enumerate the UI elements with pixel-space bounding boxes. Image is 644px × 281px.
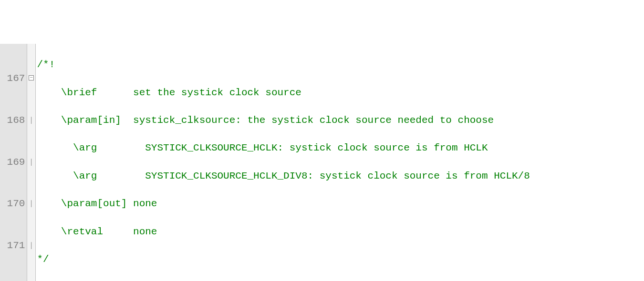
comment: \param[out] none [37,198,157,209]
fold-gutter: − │ │ │ │ │ │ └ − − │ │ │ │ │ │ └ └ [27,44,36,281]
comment: \param[in] systick_clksource: the systic… [37,115,494,126]
comment: /*! [37,59,55,70]
code-area[interactable]: /*! \brief set the systick clock source … [36,44,644,281]
code-line[interactable]: \param[in] systick_clksource: the systic… [37,113,644,127]
fold-guide: │ [27,113,35,127]
comment: \retval none [37,226,157,237]
code-editor[interactable]: 167 168 169 170 171 172 173 174 175 176 … [0,44,644,281]
comment: \arg SYSTICK_CLKSOURCE_HCLK: systick clo… [37,142,488,153]
comment: */ [37,254,49,265]
fold-toggle[interactable]: − [27,71,35,85]
code-line[interactable]: \arg SYSTICK_CLKSOURCE_HCLK: systick clo… [37,141,644,155]
code-line[interactable]: \brief set the systick clock source [37,86,644,100]
code-line[interactable]: /*! [37,58,644,71]
line-number: 169 [1,155,25,169]
comment: \arg SYSTICK_CLKSOURCE_HCLK_DIV8: systic… [37,171,530,181]
fold-guide: │ [27,197,35,211]
code-line[interactable]: \param[out] none [37,197,644,211]
line-number: 170 [1,197,25,211]
line-number: 168 [1,113,25,127]
fold-guide: │ [27,155,35,169]
code-line[interactable]: \arg SYSTICK_CLKSOURCE_HCLK_DIV8: systic… [37,169,644,183]
code-line[interactable]: \retval none [37,225,644,239]
fold-guide: │ [27,239,35,252]
line-number: 171 [1,239,25,252]
line-number-gutter: 167 168 169 170 171 172 173 174 175 176 … [0,44,27,281]
line-number: 167 [1,71,25,85]
comment: \brief set the systick clock source [37,87,301,98]
code-line[interactable]: */ [37,252,644,266]
